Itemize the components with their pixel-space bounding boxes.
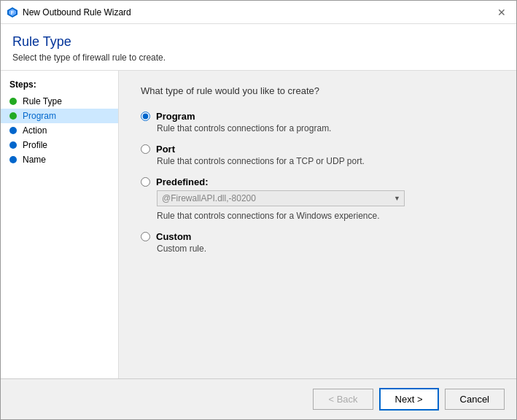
header-section: Rule Type Select the type of firewall ru… xyxy=(1,24,516,71)
cancel-button[interactable]: Cancel xyxy=(445,389,505,410)
sidebar-item-name[interactable]: Name xyxy=(1,152,118,167)
radio-group: Program Rule that controls connections f… xyxy=(141,111,494,254)
step-dot-action xyxy=(9,127,17,134)
step-label-name: Name xyxy=(23,155,46,165)
option-predefined: Predefined: @FirewallAPI.dll,-80200 Rule… xyxy=(141,176,494,221)
option-custom: Custom Custom rule. xyxy=(141,231,494,254)
step-label-program: Program xyxy=(23,111,56,121)
step-dot-rule-type xyxy=(9,98,17,105)
step-label-profile: Profile xyxy=(23,140,47,150)
label-program[interactable]: Program xyxy=(156,111,195,122)
label-port[interactable]: Port xyxy=(156,144,175,155)
sidebar-item-program[interactable]: Program xyxy=(1,109,118,123)
step-dot-profile xyxy=(9,141,17,149)
page-subtitle: Select the type of firewall rule to crea… xyxy=(12,52,505,63)
sidebar-item-profile[interactable]: Profile xyxy=(1,138,118,152)
desc-program: Rule that controls connections for a pro… xyxy=(157,123,494,133)
step-label-rule-type: Rule Type xyxy=(23,96,62,106)
content-area: Steps: Rule Type Program Action Profile … xyxy=(1,71,516,378)
desc-custom: Custom rule. xyxy=(157,244,494,254)
radio-custom[interactable] xyxy=(141,232,150,241)
back-button[interactable]: < Back xyxy=(313,389,373,410)
main-panel: What type of rule would you like to crea… xyxy=(119,71,516,378)
footer: < Back Next > Cancel xyxy=(1,378,516,419)
sidebar-item-action[interactable]: Action xyxy=(1,123,118,138)
wizard-icon: F xyxy=(7,7,18,18)
window: F New Outbound Rule Wizard ✕ Rule Type S… xyxy=(0,0,517,420)
radio-program[interactable] xyxy=(141,112,150,121)
option-program: Program Rule that controls connections f… xyxy=(141,111,494,133)
sidebar: Steps: Rule Type Program Action Profile … xyxy=(1,71,119,378)
step-label-action: Action xyxy=(23,125,47,136)
predefined-select-wrapper: @FirewallAPI.dll,-80200 xyxy=(157,190,405,206)
predefined-dropdown-wrapper: @FirewallAPI.dll,-80200 xyxy=(157,190,494,206)
close-button[interactable]: ✕ xyxy=(493,4,510,21)
desc-predefined: Rule that controls connections for a Win… xyxy=(157,211,494,221)
predefined-select[interactable]: @FirewallAPI.dll,-80200 xyxy=(157,190,405,206)
svg-text:F: F xyxy=(11,10,15,15)
radio-predefined[interactable] xyxy=(141,177,150,187)
sidebar-item-rule-type[interactable]: Rule Type xyxy=(1,94,118,109)
steps-label: Steps: xyxy=(1,77,118,94)
step-dot-name xyxy=(9,156,17,163)
label-custom[interactable]: Custom xyxy=(156,231,191,242)
page-title: Rule Type xyxy=(12,34,505,50)
option-port: Port Rule that controls connections for … xyxy=(141,144,494,166)
window-title: New Outbound Rule Wizard xyxy=(23,7,493,18)
title-bar: F New Outbound Rule Wizard ✕ xyxy=(1,1,516,24)
desc-port: Rule that controls connections for a TCP… xyxy=(157,156,494,166)
step-dot-program xyxy=(9,112,17,120)
label-predefined[interactable]: Predefined: xyxy=(156,176,209,187)
next-button[interactable]: Next > xyxy=(379,388,439,411)
radio-port[interactable] xyxy=(141,144,150,154)
question-text: What type of rule would you like to crea… xyxy=(141,85,494,96)
